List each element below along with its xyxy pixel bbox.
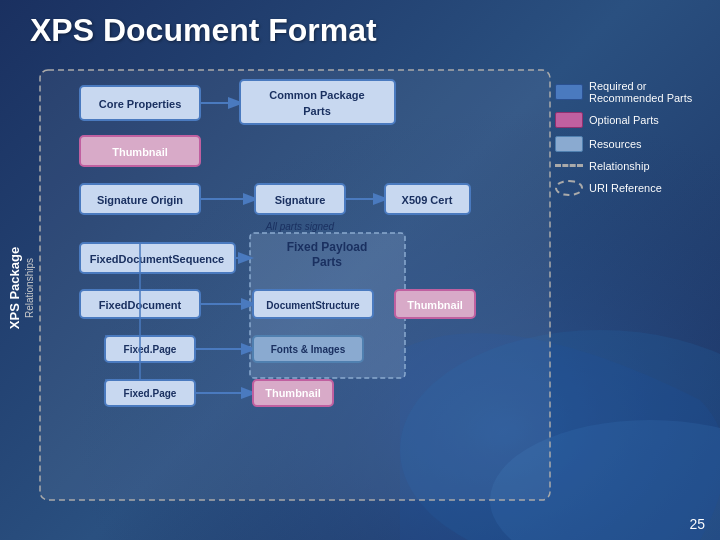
legend-uri-label: URI Reference: [589, 182, 662, 194]
page-title: XPS Document Format: [30, 12, 377, 49]
legend-resources-label: Resources: [589, 138, 642, 150]
legend-relationship-label: Relationship: [589, 160, 650, 172]
legend-uri: URI Reference: [555, 180, 700, 196]
legend-required-box: [555, 84, 583, 100]
legend-uri-icon: [555, 180, 583, 196]
legend-optional-label: Optional Parts: [589, 114, 659, 126]
legend-required: Required or Recommended Parts: [555, 80, 700, 104]
legend-required-label: Required or Recommended Parts: [589, 80, 700, 104]
legend-relationship-line: [555, 164, 583, 168]
legend-resources-box: [555, 136, 583, 152]
page-number: 25: [689, 516, 705, 532]
legend-optional: Optional Parts: [555, 112, 700, 128]
legend-relationship: Relationship: [555, 160, 700, 172]
legend: Required or Recommended Parts Optional P…: [555, 80, 700, 196]
legend-resources: Resources: [555, 136, 700, 152]
legend-optional-box: [555, 112, 583, 128]
